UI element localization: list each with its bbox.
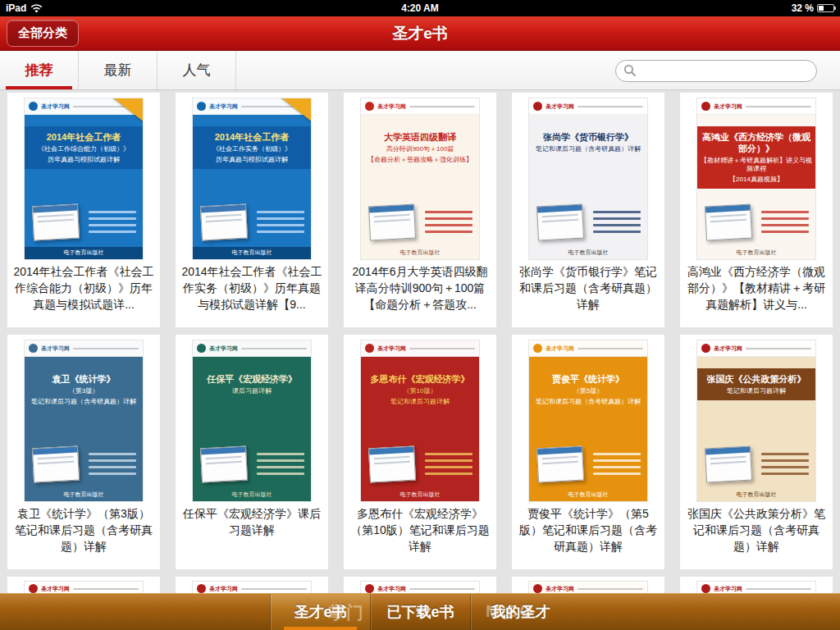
bullet-line — [593, 231, 641, 233]
brand-tagline-line — [409, 588, 475, 590]
cover-bullet-lines — [761, 453, 809, 475]
cover-title-line: 历年真题与模拟试题详解 — [27, 156, 140, 164]
cover-title: 2014年社会工作者《社会工作实务（初级）》历年真题与模拟试题详解 — [193, 126, 311, 169]
screenshot-titlebar — [705, 205, 750, 213]
brand-logo-icon — [365, 344, 374, 353]
cover-screenshot-thumb — [368, 446, 416, 483]
screenshot-content-line — [38, 214, 74, 217]
cover-bullet-lines — [425, 453, 472, 475]
tab-label: 最新 — [104, 61, 132, 80]
book-card[interactable]: 圣才学习网袁卫《统计学》（第3版）笔记和课后习题（含考研真题）详解电子教育出版社… — [7, 335, 160, 569]
bullet-line — [761, 466, 809, 468]
book-card[interactable]: 圣才学习网高鸿业《西方经济学（微观部分）》【教材精讲＋考研真题解析】讲义与视频课… — [680, 93, 833, 327]
toolbar-tab-downloaded[interactable]: 已下载e书 — [370, 594, 470, 630]
book-card[interactable]: 圣才学习网多恩布什《宏观经济学》（第10版）笔记和课后习题详解电子教育出版社多恩… — [344, 335, 496, 569]
brand-name: 圣才学习网 — [209, 103, 238, 111]
brand-name: 圣才学习网 — [377, 103, 406, 111]
cover-title: 高鸿业《西方经济学（微观部分）》【教材精讲＋考研真题解析】讲义与视频课程【201… — [697, 126, 815, 189]
book-title: 2014年社会工作者《社会工作实务（初级）》历年真题与模拟试题详解【9... — [176, 259, 328, 313]
bullet-line — [257, 466, 304, 468]
cover-title: 任保平《宏观经济学》课后习题详解 — [193, 368, 311, 400]
book-cover: 圣才学习网张国庆《公共政策分析》笔记和课后习题详解电子教育出版社 — [697, 340, 815, 501]
screenshot-titlebar — [369, 447, 413, 455]
active-tab-indicator — [6, 86, 72, 89]
book-card[interactable]: 圣才学习网张尚学《货币银行学》笔记和课后习题（含考研真题）详解电子教育出版社张尚… — [512, 93, 664, 327]
cover-title-line: 高分特训900句＋100篇 — [363, 145, 477, 153]
cover-bullet-lines — [593, 453, 641, 475]
bullet-line — [89, 217, 136, 220]
brand-name: 圣才学习网 — [209, 345, 238, 353]
brand-tagline-line — [73, 588, 139, 590]
cover-publisher: 电子教育出版社 — [697, 491, 815, 499]
brand-logo-icon — [365, 102, 374, 111]
book-card[interactable]: 圣才学习网2014年社会工作者《社会工作实务（初级）》历年真题与模拟试题详解电子… — [176, 93, 328, 327]
bullet-line — [761, 459, 809, 462]
brand-name: 圣才学习网 — [209, 585, 238, 593]
book-title: 高鸿业《西方经济学（微观部分）》【教材精讲＋考研真题解析】讲义与... — [680, 259, 833, 313]
brand-logo-icon — [29, 344, 38, 353]
screenshot-content-line — [206, 461, 242, 464]
cover-publisher: 电子教育出版社 — [193, 491, 311, 499]
toolbar-tab-ebooks[interactable]: 圣才e书 — [270, 594, 370, 630]
cover-brand-bar: 圣才学习网 — [361, 98, 479, 115]
book-row: 圣才学习网袁卫《统计学》（第3版）笔记和课后习题（含考研真题）详解电子教育出版社… — [7, 335, 833, 569]
cover-bullet-lines — [593, 211, 641, 233]
brand-name: 圣才学习网 — [41, 585, 70, 593]
screenshot-content-line — [542, 219, 578, 222]
tab-bar: 推荐 最新 人气 — [0, 51, 840, 90]
screenshot-content-line — [38, 456, 74, 459]
cover-title-line: 袁卫《统计学》 — [27, 373, 140, 385]
book-card[interactable]: 圣才学习网贾俊平《统计学》（第5版）笔记和课后习题（含考研真题）详解电子教育出版… — [512, 335, 664, 569]
brand-name: 圣才学习网 — [714, 103, 742, 111]
book-card[interactable]: 圣才学习网大学英语四级翻译高分特训900句＋100篇【命题分析＋答题攻略＋强化训… — [344, 93, 496, 327]
screenshot-content-line — [206, 219, 242, 222]
search-input[interactable] — [615, 60, 817, 82]
book-grid[interactable]: 圣才学习网2014年社会工作者《社会工作综合能力（初级）》历年真题与模拟试题详解… — [0, 90, 840, 630]
screenshot-titlebar — [33, 205, 77, 213]
screenshot-content-line — [374, 456, 410, 459]
cover-title-line: 【命题分析＋答题攻略＋强化训练】 — [363, 156, 477, 164]
all-categories-button[interactable]: 全部分类 — [7, 20, 79, 47]
book-cover: 圣才学习网贾俊平《统计学》（第5版）笔记和课后习题（含考研真题）详解电子教育出版… — [529, 340, 647, 501]
bullet-line — [761, 217, 809, 220]
page-title: 圣才e书 — [0, 23, 840, 44]
bullet-line — [593, 217, 641, 220]
screenshot-content-line — [710, 461, 746, 464]
book-row: 圣才学习网2014年社会工作者《社会工作综合能力（初级）》历年真题与模拟试题详解… — [7, 93, 833, 327]
cover-publisher: 电子教育出版社 — [361, 249, 479, 257]
cover-title: 贾俊平《统计学》（第5版）笔记和课后习题（含考研真题）详解 — [529, 368, 647, 411]
toolbar-tab-label: 我的圣才 — [491, 602, 550, 622]
book-card[interactable]: 圣才学习网张国庆《公共政策分析》笔记和课后习题详解电子教育出版社张国庆《公共政策… — [680, 335, 833, 569]
cover-title: 袁卫《统计学》（第3版）笔记和课后习题（含考研真题）详解 — [25, 368, 143, 411]
tab-newest[interactable]: 最新 — [79, 51, 158, 89]
bullet-line — [761, 472, 809, 475]
tab-recommended[interactable]: 推荐 — [0, 51, 79, 89]
cover-publisher: 电子教育出版社 — [193, 249, 311, 257]
screenshot-content-line — [542, 456, 578, 459]
cover-brand-bar: 圣才学习网 — [529, 340, 647, 357]
brand-name: 圣才学习网 — [714, 585, 742, 593]
screenshot-titlebar — [537, 447, 582, 455]
book-card[interactable]: 圣才学习网任保平《宏观经济学》课后习题详解电子教育出版社任保平《宏观经济学》课后… — [176, 335, 328, 569]
bullet-line — [257, 224, 304, 226]
bullet-line — [593, 466, 641, 468]
cover-title-line: 高鸿业《西方经济学（微观部分）》 — [700, 131, 813, 154]
book-title: 2014年社会工作者《社会工作综合能力（初级）》历年真题与模拟试题详... — [7, 259, 160, 313]
bullet-line — [593, 211, 641, 213]
brand-tagline-line — [746, 106, 811, 107]
bullet-line — [425, 211, 472, 213]
tab-popular[interactable]: 人气 — [158, 51, 236, 89]
toolbar-tab-my-account[interactable]: 我的圣才 — [470, 594, 570, 630]
book-title: 张国庆《公共政策分析》笔记和课后习题（含考研真题）详解 — [680, 501, 833, 555]
brand-tagline-line — [241, 588, 307, 590]
brand-tagline-line — [746, 588, 811, 590]
book-cover: 圣才学习网张尚学《货币银行学》笔记和课后习题（含考研真题）详解电子教育出版社 — [529, 98, 647, 259]
screenshot-content-line — [38, 219, 74, 222]
bullet-line — [593, 453, 641, 455]
book-card[interactable]: 圣才学习网2014年社会工作者《社会工作综合能力（初级）》历年真题与模拟试题详解… — [7, 93, 160, 327]
cover-bullet-lines — [425, 211, 472, 233]
bullet-line — [593, 224, 641, 226]
book-cover: 圣才学习网2014年社会工作者《社会工作综合能力（初级）》历年真题与模拟试题详解… — [25, 98, 143, 259]
brand-tagline-line — [241, 348, 307, 349]
cover-publisher: 电子教育出版社 — [25, 491, 143, 499]
